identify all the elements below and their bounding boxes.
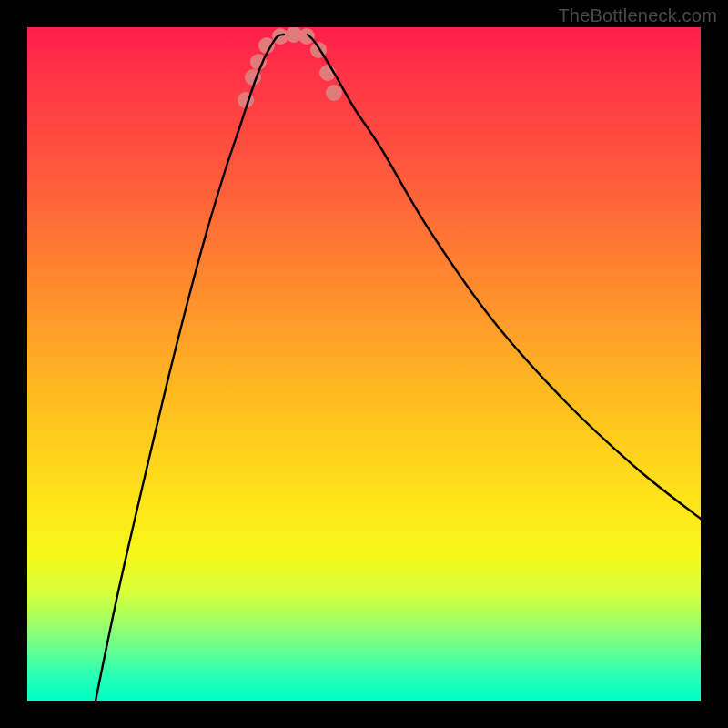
shaded-dots-group — [238, 27, 342, 108]
chart-frame: TheBottleneck.com — [0, 0, 728, 728]
plot-area — [27, 27, 701, 701]
left-curve — [96, 35, 284, 701]
watermark-text: TheBottleneck.com — [558, 5, 717, 26]
shaded-dot — [298, 28, 315, 45]
shaded-dot — [326, 85, 342, 101]
right-curve — [308, 35, 701, 519]
curve-layer — [27, 27, 701, 701]
